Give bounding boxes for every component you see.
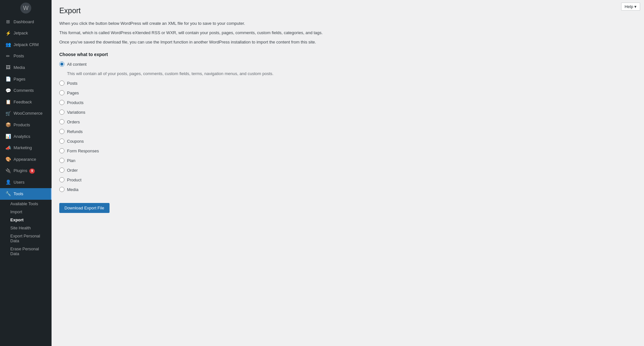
sidebar-item-appearance[interactable]: 🎨Appearance	[0, 154, 52, 165]
analytics-icon: 📊	[5, 133, 11, 140]
radio-label-pages: Pages	[67, 91, 79, 95]
radio-form-responses[interactable]	[59, 148, 64, 153]
radio-desc-all-content: This will contain all of your posts, pag…	[67, 71, 636, 76]
radio-item-products[interactable]: Products	[59, 100, 636, 105]
radio-label-order: Order	[67, 168, 78, 173]
sidebar-label-pages: Pages	[14, 76, 25, 82]
radio-label-media: Media	[67, 187, 78, 192]
jetpack-crm-icon: 👥	[5, 42, 11, 48]
radio-label-refunds: Refunds	[67, 129, 82, 134]
radio-item-coupons[interactable]: Coupons	[59, 139, 636, 144]
media-icon: 🖼	[5, 64, 11, 71]
sidebar-label-analytics: Analytics	[14, 134, 30, 139]
sidebar-label-appearance: Appearance	[14, 157, 36, 162]
jetpack-icon: ⚡	[5, 30, 11, 37]
pages-icon: 📄	[5, 76, 11, 82]
sidebar-label-comments: Comments	[14, 88, 34, 93]
radio-posts[interactable]	[59, 81, 64, 86]
download-export-button[interactable]: Download Export File	[59, 203, 110, 213]
sidebar-item-jetpack[interactable]: ⚡Jetpack	[0, 28, 52, 39]
sidebar-item-pages[interactable]: 📄Pages	[0, 73, 52, 85]
sidebar-item-users[interactable]: 👤Users	[0, 177, 52, 188]
radio-order[interactable]	[59, 168, 64, 173]
sidebar-label-products: Products	[14, 122, 30, 128]
sidebar-sub-site-health[interactable]: Site Health	[0, 224, 52, 232]
radio-label-variations: Variations	[67, 110, 85, 115]
sidebar-label-posts: Posts	[14, 53, 24, 59]
sidebar-label-woocommerce: WooCommerce	[14, 111, 43, 116]
sidebar-item-dashboard[interactable]: ⊞Dashboard	[0, 16, 52, 28]
sidebar-sub-export[interactable]: Export	[0, 216, 52, 224]
radio-label-orders: Orders	[67, 120, 80, 124]
main-content: Export When you click the button below W…	[52, 0, 644, 346]
sidebar-item-analytics[interactable]: 📊Analytics	[0, 131, 52, 142]
sidebar-item-marketing[interactable]: 📣Marketing	[0, 142, 52, 154]
radio-item-media[interactable]: Media	[59, 187, 636, 192]
sidebar-item-media[interactable]: 🖼Media	[0, 62, 52, 73]
sidebar-nav: ⊞Dashboard⚡Jetpack👥Jetpack CRM✏Posts🖼Med…	[0, 16, 52, 258]
radio-label-form-responses: Form Responses	[67, 149, 99, 153]
sidebar-label-media: Media	[14, 65, 25, 71]
description-1: When you click the button below WordPres…	[59, 20, 636, 27]
radio-label-all-content: All content	[67, 62, 87, 67]
section-title: Choose what to export	[59, 52, 636, 57]
sidebar-label-feedback: Feedback	[14, 99, 32, 105]
radio-label-product: Product	[67, 178, 82, 182]
radio-item-variations[interactable]: Variations	[59, 110, 636, 115]
radio-orders[interactable]	[59, 119, 64, 124]
radio-all-content[interactable]	[59, 62, 64, 67]
sidebar-label-dashboard: Dashboard	[14, 19, 34, 25]
radio-plan[interactable]	[59, 158, 64, 163]
page-title: Export	[59, 6, 636, 15]
radio-label-plan: Plan	[67, 158, 75, 163]
help-button[interactable]: Help ▾	[621, 3, 640, 11]
radio-variations[interactable]	[59, 110, 64, 115]
sidebar-label-users: Users	[14, 179, 24, 185]
tools-icon: 🔧	[5, 191, 11, 197]
sidebar-item-posts[interactable]: ✏Posts	[0, 51, 52, 62]
plugins-badge: 9	[29, 168, 35, 174]
users-icon: 👤	[5, 179, 11, 186]
radio-item-order[interactable]: Order	[59, 168, 636, 173]
radio-item-orders[interactable]: Orders	[59, 119, 636, 124]
wp-logo: W	[20, 3, 31, 14]
sidebar-sub-import[interactable]: Import	[0, 208, 52, 216]
sidebar-label-jetpack: Jetpack	[14, 30, 28, 36]
posts-icon: ✏	[5, 53, 11, 60]
radio-refunds[interactable]	[59, 129, 64, 134]
radio-item-form-responses[interactable]: Form Responses	[59, 148, 636, 153]
marketing-icon: 📣	[5, 145, 11, 151]
radio-media[interactable]	[59, 187, 64, 192]
description-3: Once you've saved the download file, you…	[59, 39, 636, 46]
sidebar-label-tools: Tools	[14, 191, 23, 197]
sidebar-sub-export-personal-data[interactable]: Export Personal Data	[0, 232, 52, 245]
radio-item-refunds[interactable]: Refunds	[59, 129, 636, 134]
radio-product[interactable]	[59, 177, 64, 182]
radio-item-pages[interactable]: Pages	[59, 90, 636, 95]
radio-products[interactable]	[59, 100, 64, 105]
appearance-icon: 🎨	[5, 156, 11, 163]
sidebar: W ⊞Dashboard⚡Jetpack👥Jetpack CRM✏Posts🖼M…	[0, 0, 52, 346]
sidebar-label-jetpack-crm: Jetpack CRM	[14, 42, 39, 48]
radio-pages[interactable]	[59, 90, 64, 95]
dashboard-icon: ⊞	[5, 19, 11, 25]
comments-icon: 💬	[5, 88, 11, 94]
sidebar-sub-erase-personal-data[interactable]: Erase Personal Data	[0, 245, 52, 258]
sidebar-item-jetpack-crm[interactable]: 👥Jetpack CRM	[0, 39, 52, 51]
radio-label-posts: Posts	[67, 81, 78, 86]
sidebar-item-feedback[interactable]: 📋Feedback	[0, 96, 52, 108]
sidebar-item-products[interactable]: 📦Products	[0, 119, 52, 131]
sidebar-label-marketing: Marketing	[14, 145, 32, 151]
radio-item-all-content[interactable]: All content	[59, 62, 636, 67]
sidebar-item-plugins[interactable]: 🔌Plugins9	[0, 165, 52, 177]
sidebar-item-woocommerce[interactable]: 🛒WooCommerce	[0, 108, 52, 120]
radio-item-posts[interactable]: Posts	[59, 81, 636, 86]
radio-item-product[interactable]: Product	[59, 177, 636, 182]
woocommerce-icon: 🛒	[5, 111, 11, 117]
products-icon: 📦	[5, 122, 11, 128]
sidebar-item-comments[interactable]: 💬Comments	[0, 85, 52, 97]
radio-item-plan[interactable]: Plan	[59, 158, 636, 163]
sidebar-sub-available-tools[interactable]: Available Tools	[0, 200, 52, 208]
radio-coupons[interactable]	[59, 139, 64, 144]
sidebar-item-tools[interactable]: 🔧Tools	[0, 188, 52, 200]
